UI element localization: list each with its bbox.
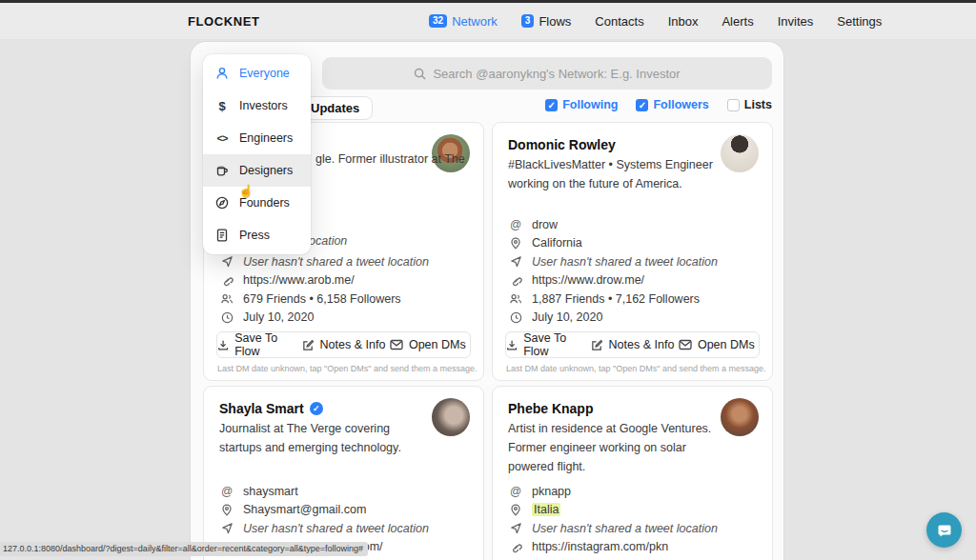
dropdown-item-designers[interactable]: Designers — [203, 154, 311, 187]
notes-info-label: Notes & Info — [609, 338, 675, 351]
dropdown-item-label: Engineers — [239, 131, 293, 145]
save-to-flow-label: Save To Flow — [234, 331, 301, 358]
network-count-badge: 32 — [429, 14, 447, 28]
window-top-edge — [0, 0, 976, 3]
filter-following[interactable]: ✓ Following — [545, 98, 618, 111]
dropdown-item-founders[interactable]: Founders — [203, 187, 311, 219]
open-dms-button[interactable]: Open DMs — [386, 332, 470, 357]
date-text: July 10, 2020 — [532, 310, 602, 324]
nav-item-alerts[interactable]: Alerts — [722, 14, 753, 29]
filter-lists[interactable]: Lists — [727, 98, 772, 111]
card-footer-hint: Last DM date unknown, tap "Open DMs" and… — [506, 364, 766, 373]
notes-info-button[interactable]: Notes & Info — [301, 332, 385, 357]
link-icon — [508, 274, 523, 287]
nav-item-settings[interactable]: Settings — [837, 14, 882, 29]
filter-followers[interactable]: ✓ Followers — [636, 98, 708, 111]
profile-bio: Artist in residence at Google Ventures. … — [508, 419, 723, 476]
profile-card: Shayla Smart ✓ Journalist at The Verge c… — [203, 386, 484, 560]
website-text: https://www.arob.me/ — [243, 273, 355, 287]
handle-text: shaysmart — [243, 485, 298, 498]
save-to-flow-button[interactable]: Save To Flow — [506, 332, 590, 357]
navigation-arrow-icon — [219, 255, 234, 268]
handle-text: drow — [532, 218, 558, 231]
avatar[interactable] — [432, 398, 470, 436]
envelope-icon — [679, 339, 692, 350]
profile-name-text: Shayla Smart — [219, 401, 304, 416]
dropdown-item-investors[interactable]: $ Investors — [203, 90, 311, 122]
envelope-icon — [390, 339, 403, 350]
profile-card: Domonic Rowley #BlackLivesMatter • Syste… — [492, 122, 773, 381]
people-icon — [508, 292, 523, 305]
date-text: July 10, 2020 — [243, 310, 314, 324]
nav-menu: 32 Network 3 Flows Contacts Inbox Alerts… — [429, 3, 882, 39]
location-row: Italia — [508, 501, 762, 520]
profile-detail-rows: User hasn't shared a tweet location http… — [219, 252, 474, 327]
dropdown-item-press[interactable]: Press — [203, 219, 311, 251]
avatar[interactable] — [721, 398, 759, 436]
app-logo: FLOCKNET — [188, 14, 260, 29]
navigation-arrow-icon — [508, 522, 523, 534]
nav-item-label: Settings — [837, 14, 882, 29]
at-icon: @ — [508, 218, 523, 231]
stats-text: 1,887 Friends • 7,162 Followers — [532, 292, 700, 306]
dropdown-item-label: Press — [239, 229, 270, 242]
stats-row: 679 Friends • 6,158 Followers — [219, 290, 474, 309]
location-text-highlighted: Italia — [532, 503, 560, 516]
nav-item-contacts[interactable]: Contacts — [595, 14, 643, 29]
profile-name: Domonic Rowley — [508, 137, 616, 152]
profile-name-text: Phebe Knapp — [508, 401, 593, 416]
search-input[interactable]: Search @aaronykng's Network: E.g. Invest… — [322, 57, 772, 90]
flows-count-badge: 3 — [521, 14, 535, 28]
clock-icon — [508, 311, 523, 324]
avatar[interactable] — [721, 134, 759, 172]
save-to-flow-label: Save To Flow — [523, 331, 590, 358]
dropdown-item-label: Founders — [239, 196, 290, 210]
website-row[interactable]: https://instagram.com/pkn — [508, 538, 762, 557]
save-icon — [217, 339, 229, 351]
nav-item-flows[interactable]: 3 Flows — [521, 14, 572, 29]
tweet-location-text: User hasn't shared a tweet location — [532, 522, 718, 535]
document-icon — [214, 229, 230, 242]
search-placeholder: Search @aaronykng's Network: E.g. Invest… — [433, 67, 680, 81]
nav-item-inbox[interactable]: Inbox — [668, 14, 699, 29]
search-icon — [414, 68, 426, 80]
people-icon — [219, 292, 234, 305]
dropdown-item-engineers[interactable]: <> Engineers — [203, 122, 311, 154]
navigation-arrow-icon — [508, 255, 523, 268]
stats-text: 679 Friends • 6,158 Followers — [243, 292, 401, 306]
notes-info-button[interactable]: Notes & Info — [590, 332, 674, 357]
at-icon: @ — [219, 485, 234, 498]
tweet-location-text: User hasn't shared a tweet location — [243, 522, 429, 535]
handle-text: pknapp — [532, 485, 571, 498]
handle-row: @ shaysmart — [219, 482, 474, 501]
edit-icon — [591, 339, 603, 351]
profile-name-text: Domonic Rowley — [508, 137, 616, 152]
website-row[interactable]: https://www.arob.me/ — [219, 271, 474, 290]
dropdown-item-everyone[interactable]: Everyone — [203, 57, 311, 90]
profile-name: Phebe Knapp — [508, 401, 593, 416]
updates-tab-label: Updates — [311, 101, 359, 115]
tweet-location-row: User hasn't shared a tweet location — [219, 252, 474, 271]
nav-item-network[interactable]: 32 Network — [429, 14, 498, 29]
open-dms-button[interactable]: Open DMs — [675, 332, 759, 357]
verified-badge-icon: ✓ — [310, 402, 323, 415]
profile-card: Phebe Knapp Artist in residence at Googl… — [492, 386, 773, 560]
dollar-icon: $ — [214, 99, 230, 113]
website-text: https://instagram.com/pkn — [532, 540, 668, 553]
clock-icon — [219, 311, 234, 324]
tweet-location-text: User hasn't shared a tweet location — [532, 255, 718, 269]
chat-launcher-button[interactable] — [926, 512, 962, 548]
dropdown-item-label: Designers — [239, 164, 293, 177]
category-dropdown: Everyone $ Investors <> Engineers Design… — [203, 54, 311, 254]
nav-item-invites[interactable]: Invites — [778, 14, 814, 29]
card-footer-hint: Last DM date unknown, tap "Open DMs" and… — [217, 364, 478, 373]
location-text: Shaysmart@gmail.com — [243, 503, 366, 516]
at-icon: @ — [508, 485, 523, 498]
save-to-flow-button[interactable]: Save To Flow — [217, 332, 301, 357]
location-pin-icon — [508, 237, 523, 250]
handle-row: @ pknapp — [508, 482, 762, 501]
link-icon — [508, 541, 523, 553]
date-row: July 10, 2020 — [508, 309, 762, 328]
mug-icon — [214, 164, 230, 177]
website-row[interactable]: https://www.drow.me/ — [508, 271, 762, 290]
